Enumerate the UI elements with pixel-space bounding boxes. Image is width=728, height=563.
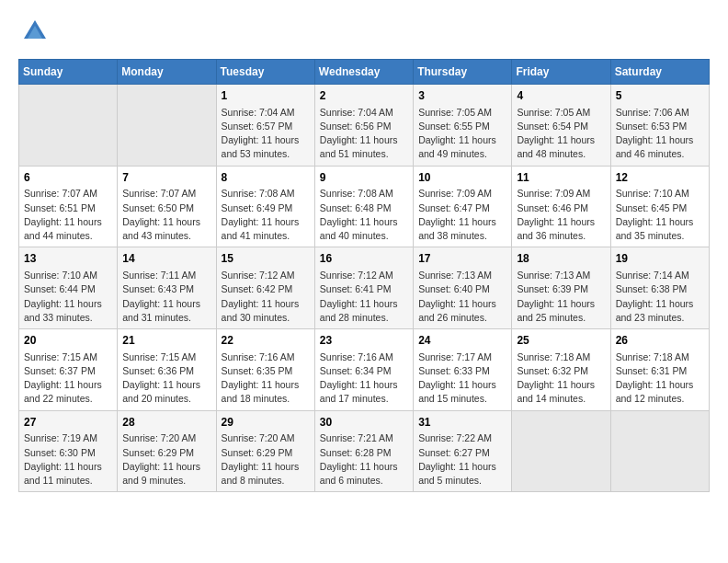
day-number: 20 [24,333,112,349]
calendar-cell: 6Sunrise: 7:07 AMSunset: 6:51 PMDaylight… [19,166,118,247]
calendar-week-2: 6Sunrise: 7:07 AMSunset: 6:51 PMDaylight… [19,166,710,247]
day-info: Sunrise: 7:09 AMSunset: 6:46 PMDaylight:… [517,187,605,243]
calendar-cell: 19Sunrise: 7:14 AMSunset: 6:38 PMDayligh… [610,247,709,329]
calendar-cell: 11Sunrise: 7:09 AMSunset: 6:46 PMDayligh… [512,166,610,247]
calendar-header-row: SundayMondayTuesdayWednesdayThursdayFrid… [19,60,710,85]
day-number: 5 [616,88,704,104]
day-info: Sunrise: 7:17 AMSunset: 6:33 PMDaylight:… [418,350,506,407]
day-info: Sunrise: 7:07 AMSunset: 6:51 PMDaylight:… [24,187,112,243]
day-info: Sunrise: 7:16 AMSunset: 6:35 PMDaylight:… [222,350,310,407]
day-number: 6 [24,170,112,186]
calendar-cell: 27Sunrise: 7:19 AMSunset: 6:30 PMDayligh… [19,410,118,492]
day-info: Sunrise: 7:20 AMSunset: 6:29 PMDaylight:… [222,431,310,488]
day-info: Sunrise: 7:09 AMSunset: 6:47 PMDaylight:… [418,187,506,243]
day-info: Sunrise: 7:05 AMSunset: 6:54 PMDaylight:… [517,106,605,162]
calendar-cell: 5Sunrise: 7:06 AMSunset: 6:53 PMDaylight… [610,85,709,167]
day-info: Sunrise: 7:18 AMSunset: 6:31 PMDaylight:… [616,350,704,407]
calendar-cell: 4Sunrise: 7:05 AMSunset: 6:54 PMDaylight… [512,85,610,167]
day-number: 19 [616,251,704,267]
calendar-cell: 23Sunrise: 7:16 AMSunset: 6:34 PMDayligh… [314,329,413,411]
day-info: Sunrise: 7:20 AMSunset: 6:29 PMDaylight:… [122,431,210,488]
day-info: Sunrise: 7:14 AMSunset: 6:38 PMDaylight:… [616,269,704,325]
day-number: 15 [222,251,310,267]
day-number: 28 [122,415,210,431]
day-header-thursday: Thursday [414,60,512,85]
day-info: Sunrise: 7:12 AMSunset: 6:41 PMDaylight:… [320,269,408,325]
calendar-cell: 7Sunrise: 7:07 AMSunset: 6:50 PMDaylight… [118,166,216,247]
calendar-cell: 22Sunrise: 7:16 AMSunset: 6:35 PMDayligh… [216,329,314,411]
calendar-cell [118,85,216,167]
day-info: Sunrise: 7:08 AMSunset: 6:48 PMDaylight:… [320,187,408,243]
day-number: 21 [122,333,210,349]
day-info: Sunrise: 7:11 AMSunset: 6:43 PMDaylight:… [122,269,210,325]
calendar-cell: 26Sunrise: 7:18 AMSunset: 6:31 PMDayligh… [610,329,709,411]
day-number: 9 [320,170,408,186]
day-info: Sunrise: 7:13 AMSunset: 6:39 PMDaylight:… [517,269,605,325]
calendar-cell: 8Sunrise: 7:08 AMSunset: 6:49 PMDaylight… [216,166,314,247]
day-info: Sunrise: 7:18 AMSunset: 6:32 PMDaylight:… [517,350,605,407]
day-info: Sunrise: 7:16 AMSunset: 6:34 PMDaylight:… [320,350,408,407]
calendar-cell [19,85,118,167]
day-number: 11 [517,170,605,186]
day-number: 31 [418,415,506,431]
day-info: Sunrise: 7:10 AMSunset: 6:45 PMDaylight:… [616,187,704,243]
day-number: 22 [222,333,310,349]
logo-icon [22,18,48,44]
day-header-saturday: Saturday [610,60,709,85]
calendar-cell: 14Sunrise: 7:11 AMSunset: 6:43 PMDayligh… [118,247,216,329]
calendar-cell: 30Sunrise: 7:21 AMSunset: 6:28 PMDayligh… [314,410,413,492]
day-header-monday: Monday [118,60,216,85]
calendar-cell: 17Sunrise: 7:13 AMSunset: 6:40 PMDayligh… [414,247,512,329]
day-number: 14 [122,251,210,267]
day-number: 13 [24,251,112,267]
day-number: 27 [24,415,112,431]
calendar-cell: 12Sunrise: 7:10 AMSunset: 6:45 PMDayligh… [610,166,709,247]
day-number: 12 [616,170,704,186]
day-number: 25 [517,333,605,349]
calendar-cell: 15Sunrise: 7:12 AMSunset: 6:42 PMDayligh… [216,247,314,329]
calendar-cell: 25Sunrise: 7:18 AMSunset: 6:32 PMDayligh… [512,329,610,411]
calendar-cell: 1Sunrise: 7:04 AMSunset: 6:57 PMDaylight… [216,85,314,167]
calendar-cell: 29Sunrise: 7:20 AMSunset: 6:29 PMDayligh… [216,410,314,492]
day-number: 23 [320,333,408,349]
day-info: Sunrise: 7:08 AMSunset: 6:49 PMDaylight:… [222,187,310,243]
day-number: 3 [418,88,506,104]
day-info: Sunrise: 7:13 AMSunset: 6:40 PMDaylight:… [418,269,506,325]
day-header-sunday: Sunday [19,60,118,85]
day-info: Sunrise: 7:10 AMSunset: 6:44 PMDaylight:… [24,269,112,325]
calendar-cell: 2Sunrise: 7:04 AMSunset: 6:56 PMDaylight… [314,85,413,167]
calendar-cell: 24Sunrise: 7:17 AMSunset: 6:33 PMDayligh… [414,329,512,411]
calendar-cell [512,410,610,492]
calendar-cell: 20Sunrise: 7:15 AMSunset: 6:37 PMDayligh… [19,329,118,411]
day-number: 16 [320,251,408,267]
calendar-cell [610,410,709,492]
calendar-table: SundayMondayTuesdayWednesdayThursdayFrid… [18,59,710,492]
day-info: Sunrise: 7:04 AMSunset: 6:57 PMDaylight:… [222,106,310,162]
day-info: Sunrise: 7:07 AMSunset: 6:50 PMDaylight:… [122,187,210,243]
day-info: Sunrise: 7:05 AMSunset: 6:55 PMDaylight:… [418,106,506,162]
day-header-friday: Friday [512,60,610,85]
day-number: 26 [616,333,704,349]
day-number: 29 [222,415,310,431]
day-info: Sunrise: 7:21 AMSunset: 6:28 PMDaylight:… [320,431,408,488]
day-info: Sunrise: 7:06 AMSunset: 6:53 PMDaylight:… [616,106,704,162]
day-number: 1 [222,88,310,104]
day-header-tuesday: Tuesday [216,60,314,85]
calendar-cell: 18Sunrise: 7:13 AMSunset: 6:39 PMDayligh… [512,247,610,329]
day-number: 24 [418,333,506,349]
calendar-week-4: 20Sunrise: 7:15 AMSunset: 6:37 PMDayligh… [19,329,710,411]
calendar-cell: 10Sunrise: 7:09 AMSunset: 6:47 PMDayligh… [414,166,512,247]
calendar-week-1: 1Sunrise: 7:04 AMSunset: 6:57 PMDaylight… [19,85,710,167]
calendar-cell: 9Sunrise: 7:08 AMSunset: 6:48 PMDaylight… [314,166,413,247]
day-info: Sunrise: 7:12 AMSunset: 6:42 PMDaylight:… [222,269,310,325]
day-info: Sunrise: 7:19 AMSunset: 6:30 PMDaylight:… [24,431,112,488]
day-number: 8 [222,170,310,186]
page-header [18,18,710,44]
day-info: Sunrise: 7:15 AMSunset: 6:36 PMDaylight:… [122,350,210,407]
calendar-week-3: 13Sunrise: 7:10 AMSunset: 6:44 PMDayligh… [19,247,710,329]
calendar-week-5: 27Sunrise: 7:19 AMSunset: 6:30 PMDayligh… [19,410,710,492]
day-number: 18 [517,251,605,267]
day-number: 2 [320,88,408,104]
day-info: Sunrise: 7:15 AMSunset: 6:37 PMDaylight:… [24,350,112,407]
day-number: 17 [418,251,506,267]
